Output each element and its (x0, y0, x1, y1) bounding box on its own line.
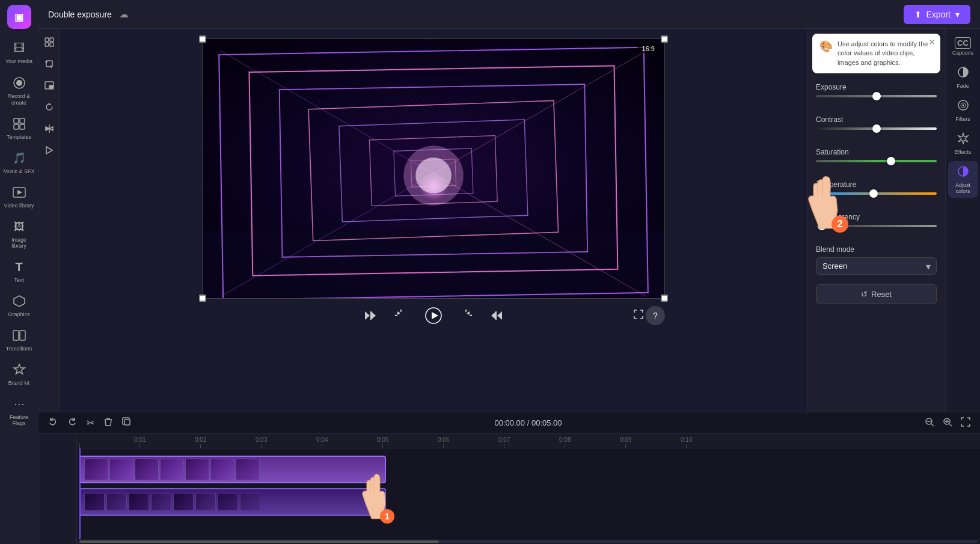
flip-button[interactable] (41, 120, 58, 137)
temperature-section: Temperature (807, 176, 945, 208)
track-clip-bottom[interactable] (79, 488, 386, 516)
sidebar-item-transitions[interactable]: Transitions (1, 323, 37, 355)
sidebar-item-image-library[interactable]: 🖼 Image library (1, 215, 37, 252)
play-button[interactable] (423, 305, 444, 326)
timeline-fullscreen-button[interactable] (958, 415, 973, 432)
sidebar-item-music-sfx[interactable]: 🎵 Music & SFX (1, 146, 37, 178)
aspect-ratio-badge[interactable]: 16:9 (637, 44, 660, 53)
sidebar-item-your-media[interactable]: 🎞 Your media (1, 36, 37, 69)
timeline-tracks: 1 (77, 448, 980, 539)
svg-rect-54 (124, 420, 130, 425)
saturation-slider[interactable] (816, 160, 937, 162)
svg-point-1 (16, 80, 22, 86)
fast-forward-button[interactable] (456, 306, 476, 325)
reset-button[interactable]: ↺ Reset (816, 284, 937, 304)
track-row-2 (77, 486, 980, 518)
canvas-handle-tl[interactable] (199, 35, 206, 43)
transitions-icon (11, 327, 28, 344)
timeline-right: 0:01 0:02 0:03 0:04 (77, 434, 980, 544)
text-icon: T (11, 258, 28, 275)
exposure-slider[interactable] (816, 95, 937, 97)
svg-marker-42 (397, 311, 400, 315)
skip-forward-button[interactable] (488, 306, 507, 325)
sidebar-item-text[interactable]: T Text (1, 255, 37, 287)
sidebar-item-feature-flags[interactable]: ⋯ Feature Flags (1, 392, 37, 430)
effects-tab[interactable]: Effects (948, 128, 978, 159)
adjust-colors-tab[interactable]: Adjustcolors (948, 161, 978, 198)
delete-button[interactable] (102, 415, 115, 432)
svg-marker-39 (365, 311, 370, 320)
music-sfx-icon: 🎵 (11, 150, 28, 167)
duplicate-button[interactable] (120, 415, 134, 432)
crop-button[interactable] (41, 55, 58, 72)
timeline-ruler: 0:01 0:02 0:03 0:04 (77, 434, 980, 448)
saturation-section: Saturation (807, 143, 945, 176)
svg-rect-12 (45, 38, 49, 41)
captions-icon: CC (955, 37, 971, 49)
clip-frame-small (173, 493, 194, 511)
trim-button[interactable] (41, 142, 58, 159)
svg-point-38 (403, 145, 464, 206)
svg-marker-45 (467, 311, 470, 315)
export-button[interactable]: ⬆ Export ▾ (904, 5, 970, 24)
sidebar-item-graphics[interactable]: Graphics (1, 289, 37, 321)
rotate-button[interactable] (41, 99, 58, 115)
canvas-handle-bl[interactable] (199, 295, 206, 302)
cut-button[interactable]: ✂ (84, 415, 97, 431)
svg-marker-7 (17, 190, 22, 195)
sidebar-item-templates[interactable]: Templates (1, 112, 37, 144)
sidebar-item-record-create[interactable]: Record &create (1, 71, 37, 110)
playhead[interactable] (79, 448, 81, 539)
adjust-colors-tooltip: 🎨 Use adjust colors to modify the color … (812, 34, 940, 73)
svg-rect-2 (14, 118, 19, 123)
blend-mode-select-wrapper[interactable]: Normal Multiply Screen Overlay Darken Li… (816, 257, 937, 275)
canvas-main: 16:9 (60, 29, 807, 412)
timeline-scrollbar[interactable] (77, 539, 980, 544)
blend-mode-select[interactable]: Normal Multiply Screen Overlay Darken Li… (816, 257, 937, 275)
clip-frame (135, 459, 159, 480)
zoom-out-button[interactable] (922, 415, 937, 432)
clip-frame (210, 459, 234, 480)
top-bar: Double exposure ☁ ⬆ Export ▾ (38, 0, 980, 29)
ruler-0-09: 0:09 (620, 436, 631, 448)
canvas-handle-br[interactable] (661, 295, 668, 302)
zoom-in-button[interactable] (940, 415, 955, 432)
clip-frame-small (240, 493, 260, 511)
redo-button[interactable] (65, 415, 79, 432)
clip-frame-small (218, 493, 238, 511)
video-library-icon (11, 184, 28, 201)
tooltip-close-button[interactable]: ✕ (928, 37, 936, 47)
skip-back-button[interactable] (360, 306, 379, 325)
svg-marker-8 (14, 296, 25, 307)
track-clip-top[interactable] (79, 456, 386, 483)
fit-to-screen-button[interactable] (41, 34, 58, 50)
canvas-handle-tr[interactable] (661, 35, 668, 43)
rewind-button[interactable] (391, 306, 411, 325)
app-logo[interactable]: ▣ (7, 5, 31, 29)
fullscreen-button[interactable] (634, 310, 643, 322)
transparency-slider[interactable] (816, 225, 937, 227)
pip-button[interactable] (41, 77, 58, 94)
brand-kit-icon (11, 361, 28, 378)
ruler-0-02: 0:02 (195, 436, 206, 448)
ruler-0-04: 0:04 (316, 436, 328, 448)
svg-rect-4 (14, 124, 19, 129)
ruler-0-01: 0:01 (134, 436, 145, 448)
svg-rect-5 (20, 124, 25, 129)
svg-rect-20 (49, 85, 53, 88)
svg-marker-44 (432, 312, 438, 319)
temperature-slider[interactable] (816, 192, 937, 195)
sidebar-item-brand-kit[interactable]: Brand kit (1, 358, 37, 390)
help-button[interactable]: ? (646, 306, 665, 325)
undo-button[interactable] (46, 415, 60, 432)
feature-flags-icon: ⋯ (11, 396, 28, 412)
captions-tab[interactable]: CC Captions (948, 34, 978, 60)
contrast-slider[interactable] (816, 127, 937, 130)
filters-tab[interactable]: Filters (948, 95, 978, 126)
fade-tab[interactable]: Fade (948, 62, 978, 93)
your-media-icon: 🎞 (11, 40, 28, 57)
svg-rect-14 (45, 43, 49, 46)
cloud-save-icon[interactable]: ☁ (119, 8, 129, 20)
svg-line-59 (949, 424, 952, 426)
sidebar-item-video-library[interactable]: Video library (1, 180, 37, 212)
